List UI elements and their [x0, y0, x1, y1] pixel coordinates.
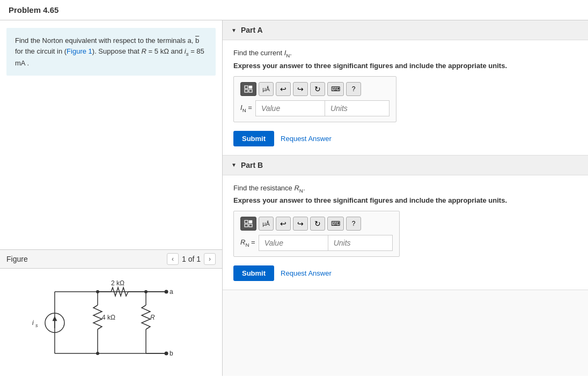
figure-label: Figure	[6, 255, 28, 263]
part-a-question: Find the current IN.	[233, 49, 577, 58]
part-a-label: Part A	[241, 26, 263, 34]
part-a-input-label: IN =	[240, 104, 252, 113]
part-b-input-label: RN =	[240, 238, 255, 248]
part-a-units-input[interactable]	[325, 100, 389, 116]
page-header: Problem 4.65	[0, 0, 588, 20]
prev-figure-button[interactable]: ‹	[167, 253, 179, 265]
part-b-header[interactable]: ▼ Part B	[223, 156, 588, 175]
svg-text:b: b	[170, 350, 173, 357]
part-b-section: ▼ Part B Find the resistance RN. Express…	[223, 156, 588, 291]
svg-point-20	[165, 290, 168, 293]
svg-text:a: a	[170, 288, 173, 295]
matrix-icon-b	[244, 220, 253, 227]
part-a-actions: Submit Request Answer	[233, 131, 577, 146]
part-a-request-link[interactable]: Request Answer	[281, 135, 332, 143]
undo-button-a[interactable]: ↩	[276, 82, 291, 96]
refresh-button-b[interactable]: ↻	[310, 217, 325, 231]
redo-button-b[interactable]: ↪	[293, 217, 308, 231]
part-a-section: ▼ Part A Find the current IN. Express yo…	[223, 20, 588, 156]
part-b-value-input[interactable]	[259, 235, 328, 251]
left-panel: Find the Norton equivalent with respect …	[0, 20, 223, 376]
svg-rect-26	[249, 86, 252, 88]
svg-rect-29	[245, 220, 248, 223]
part-b-request-link[interactable]: Request Answer	[281, 269, 332, 277]
keyboard-button-a[interactable]: ⌨	[327, 82, 344, 96]
right-panel: ▼ Part A Find the current IN. Express yo…	[223, 20, 588, 376]
figure-header: Figure ‹ 1 of 1 ›	[0, 250, 222, 269]
help-button-a[interactable]: ?	[346, 82, 361, 96]
matrix-button-b[interactable]	[240, 217, 256, 231]
part-a-input-row: IN =	[240, 100, 389, 116]
part-a-instruction: Express your answer to three significant…	[233, 62, 577, 70]
svg-rect-27	[245, 90, 248, 92]
part-a-chevron: ▼	[231, 27, 237, 33]
part-a-submit-button[interactable]: Submit	[233, 131, 274, 146]
svg-rect-30	[249, 220, 252, 223]
svg-text:R: R	[150, 314, 155, 321]
unit-button-b[interactable]: μÅ	[259, 217, 274, 231]
unit-button-a[interactable]: μÅ	[259, 82, 274, 96]
next-figure-button[interactable]: ›	[204, 253, 216, 265]
problem-title: Problem 4.65	[9, 5, 58, 14]
part-a-header[interactable]: ▼ Part A	[223, 20, 588, 40]
part-b-submit-button[interactable]: Submit	[233, 265, 274, 281]
svg-point-11	[96, 352, 99, 355]
problem-description: Find the Norton equivalent with respect …	[6, 28, 216, 76]
figure-link[interactable]: Figure 1	[67, 47, 92, 55]
part-b-question: Find the resistance RN.	[233, 184, 577, 194]
svg-text:s: s	[35, 323, 38, 328]
part-b-instruction: Express your answer to three significant…	[233, 196, 577, 204]
svg-text:i: i	[32, 319, 34, 327]
circuit-diagram: i s 4 kΩ	[0, 269, 222, 376]
figure-page: 1 of 1	[182, 255, 201, 263]
svg-point-23	[165, 351, 168, 355]
figure-nav: ‹ 1 of 1 ›	[167, 253, 216, 265]
undo-button-b[interactable]: ↩	[276, 217, 291, 231]
part-a-toolbar: μÅ ↩ ↪ ↻ ⌨ ?	[240, 82, 389, 96]
svg-rect-28	[249, 90, 252, 92]
part-a-content: Find the current IN. Express your answer…	[223, 40, 588, 155]
part-b-content: Find the resistance RN. Express your ans…	[223, 175, 588, 290]
part-b-units-input[interactable]	[328, 235, 393, 251]
matrix-icon-a	[244, 85, 253, 93]
refresh-button-a[interactable]: ↻	[310, 82, 325, 96]
part-a-value-input[interactable]	[255, 100, 325, 116]
svg-text:4 kΩ: 4 kΩ	[102, 314, 115, 321]
part-b-chevron: ▼	[231, 162, 237, 168]
part-a-answer-box: μÅ ↩ ↪ ↻ ⌨ ? IN =	[233, 76, 396, 122]
part-b-actions: Submit Request Answer	[233, 265, 577, 281]
matrix-button-a[interactable]	[240, 82, 256, 96]
part-b-input-row: RN =	[240, 235, 393, 251]
part-b-label: Part B	[241, 161, 263, 169]
redo-button-a[interactable]: ↪	[293, 82, 308, 96]
svg-rect-25	[245, 86, 248, 88]
keyboard-button-b[interactable]: ⌨	[327, 217, 344, 231]
circuit-svg: i s 4 kΩ	[28, 276, 194, 369]
svg-rect-31	[245, 224, 248, 227]
part-b-answer-box: μÅ ↩ ↪ ↻ ⌨ ? RN =	[233, 211, 400, 257]
part-b-toolbar: μÅ ↩ ↪ ↻ ⌨ ?	[240, 217, 393, 231]
svg-text:2 kΩ: 2 kΩ	[111, 279, 124, 287]
svg-rect-32	[249, 224, 252, 227]
help-button-b[interactable]: ?	[346, 217, 361, 231]
figure-section: Figure ‹ 1 of 1 ›	[0, 249, 222, 376]
